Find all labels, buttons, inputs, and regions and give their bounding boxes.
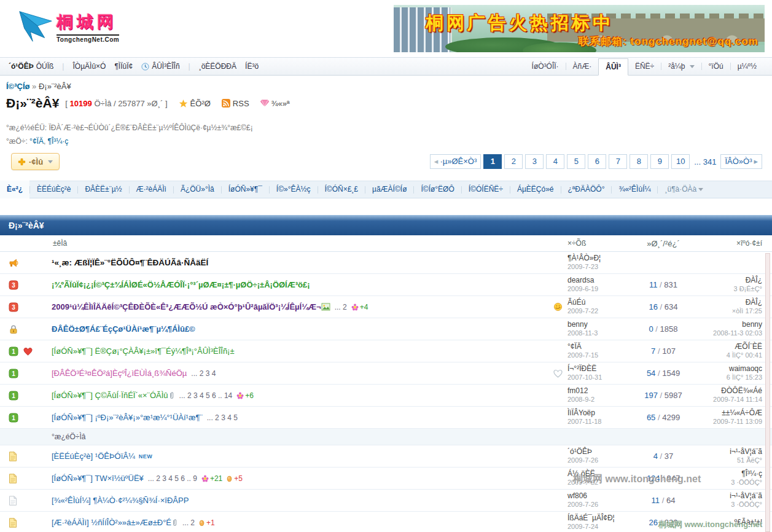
page-number[interactable]: 7 xyxy=(609,154,627,169)
lastpost-author-link[interactable]: ¶Î³¼·ç xyxy=(698,469,762,479)
filter-tab[interactable]: ¿ªÐÄÀÖÔ° xyxy=(561,181,612,198)
filter-tab[interactable]: µãÆÀÍ©Íø xyxy=(365,181,413,198)
filter-tab[interactable]: ÈËÉúÈç²è xyxy=(30,181,77,198)
thread-title-link[interactable]: [¾«²ÊÌùÍ¼] ¶À¼Ò·¢²¼¾§Ñ¾Í·×îÐÂPP xyxy=(52,496,189,505)
page-number[interactable]: 6 xyxy=(588,154,606,169)
lastpost-time: ×òÌì 17:25 xyxy=(698,307,762,316)
author-link[interactable]: ´ó¹ÖÊÞ xyxy=(567,447,629,456)
lastpost-author-link[interactable]: i¬¹-åV¦á¨ã xyxy=(698,491,762,501)
lastpost-author-link[interactable]: waimaoqc xyxy=(698,364,762,374)
top-tab[interactable]: µ¼º½ xyxy=(731,58,763,74)
moderator-link[interactable]: °¢ÏÄ xyxy=(29,137,44,146)
thread-page-links[interactable]: ... 2 3 4 5 6 .. 9 xyxy=(148,474,197,483)
filter-tab[interactable]: Í©»°ÊÀ½ç xyxy=(270,181,318,198)
thread-title-link[interactable]: [ÍøÓÑ»¥¶¯] Ë®Çø¡°ÇÀÂ¥¡±»î¶¯Éý¼¶Îª¡°ÂÛÌ³È… xyxy=(52,346,235,356)
thread-title-cell: [ÍøÓÑ»¥¶¯] ¡ºÐ¡»¨²èÂ¥¡»°æ¹æ¼°¹ÜÀí¹æ¶¨...… xyxy=(52,413,567,422)
thread-title-link[interactable]: ¹«¸æ: ÆßÏ¦ÏÊ»¨°ËÕÛÔ¤¶¨ÊÐÄÚÃâ·ÑÅäËÍ xyxy=(52,258,208,267)
next-page-button[interactable]: ÏÂÒ»Ò³▸ xyxy=(720,154,762,169)
thread-title-link[interactable]: ¡¾ºÃÏûÏ¢¡¿¡Í©³Ç±¾ÍÁÌØÉ«Ö½ÅÆÓÎÏ·¡°³´µØÆ¤¡… xyxy=(52,280,310,289)
page-number[interactable]: 5 xyxy=(567,154,585,169)
username-link[interactable]: ´ó¹ÖÊÞ ÔÚÏß xyxy=(9,62,53,71)
page-number[interactable]: 3 xyxy=(525,154,544,169)
top-tab[interactable]: ÀñÆ· xyxy=(566,58,599,74)
author-link[interactable]: benny xyxy=(567,320,629,329)
thread-page-links[interactable]: ... 2 xyxy=(335,303,347,311)
table-row: ÐÂÊÖ±Ø¶Á£¨ÉçÇø¹ÜÀí¹æ¶¨µ¼¶ÁÌû£©benny2008-… xyxy=(0,318,772,340)
top-tab[interactable]: ËÑË÷ xyxy=(628,58,661,74)
lastpost-author-link[interactable]: º£Ãà±¦±¦ xyxy=(698,518,762,527)
ad-banner[interactable]: 桐网广告火热招标中 联系邮箱: tongchengnet@qq.com xyxy=(394,5,765,52)
top-tab[interactable]: °ïÖú xyxy=(702,58,730,74)
prev-page-button[interactable]: ◂·µ»ØÊ×Ò³ xyxy=(430,154,481,169)
author-link[interactable]: ÃúÉú xyxy=(567,298,629,307)
thread-title-link[interactable]: 2009¹ú¼ÊÌìÎÄÄêÍ©³ÇÊÐÈÕÈ«Ê³¿ÆÆÕ½Ú æÒ×Ó°þ¹… xyxy=(52,302,321,311)
author-link[interactable]: ÌìÏÂYoëp xyxy=(567,409,629,418)
site-logo[interactable]: 桐城网 TongchengNet.Com xyxy=(17,5,146,49)
filter-tab[interactable]: ÁµÈËÇó»é xyxy=(510,181,561,198)
post-date: 2009-7-23 xyxy=(567,263,629,272)
thread-title-link[interactable]: [ÍøÓÑ»¥¶¯] ¡ºÐ¡»¨²èÂ¥¡»°æ¹æ¼°¹ÜÀí¹æ¶¨ xyxy=(52,413,203,422)
svg-text:3: 3 xyxy=(12,282,15,289)
favorite-link[interactable]: ÊÕ²Ø xyxy=(179,99,211,108)
lastpost-author-link[interactable]: ÐÒÔË¾«Áé xyxy=(698,386,762,396)
lastpost-time: 4 ÌìÇ° 00:41 xyxy=(698,351,762,360)
nav-my-posts[interactable]: ÎÒµÄÌû×Ó xyxy=(72,62,106,71)
author-link[interactable]: °¢ÏÄ xyxy=(567,342,629,351)
author-link[interactable]: wf806 xyxy=(567,491,629,501)
filter-tab[interactable]: ÍøÓÑ»¥¶¯ xyxy=(222,181,269,198)
thread-page-links[interactable]: ... 2 3 4 xyxy=(191,369,216,378)
rss-link[interactable]: RSS xyxy=(222,99,249,108)
filter-tab[interactable]: Í©ÓÑ×£¸£ xyxy=(318,181,365,198)
nav-forum-tasks[interactable]: ÂÛÌ³ÈÎÎñ xyxy=(141,62,179,71)
page-number[interactable]: 10 xyxy=(671,154,690,169)
moderator-link[interactable]: ¶Î³¼·ç xyxy=(48,137,69,146)
author-link[interactable]: ÍßÄáÉ¯µÄÎ¢Ð¦ xyxy=(567,514,629,523)
nav-messages[interactable]: ¶ÌÏûÏ¢ xyxy=(114,62,133,71)
page-number[interactable]: 8 xyxy=(630,154,648,169)
filter-tab[interactable]: ¾«²ÊÌùÍ¼ xyxy=(612,181,657,198)
filter-tab[interactable]: ÐÂÈË±¨µ½ xyxy=(78,181,128,198)
page-number[interactable]: 1 xyxy=(483,154,502,169)
author-link[interactable]: Á½¸öÈË xyxy=(567,469,629,479)
scrollbar[interactable] xyxy=(765,253,770,532)
digest-link[interactable]: ¾«»ª xyxy=(260,99,290,108)
page-number[interactable]: 4 xyxy=(546,154,564,169)
pin-red-3-icon: 3 xyxy=(9,280,18,290)
lastpost-author-link[interactable]: ÐÀÎ¿ xyxy=(698,276,762,285)
filter-tab[interactable]: Æ·²èÁÄÌì xyxy=(130,181,173,198)
filter-tab[interactable]: Í©Íø°ËØÔ xyxy=(414,181,461,198)
lastpost-author-link[interactable]: ÆÕÍ¨ÈË xyxy=(698,342,762,351)
top-tab[interactable]: ²å¼þ xyxy=(661,58,701,74)
thread-title-link[interactable]: ÐÂÊÖ±Ø¶Á£¨ÉçÇø¹ÜÀí¹æ¶¨µ¼¶ÁÌû£© xyxy=(52,324,195,334)
nav-logout[interactable]: ÍË³ö xyxy=(245,62,259,71)
page-number[interactable]: 2 xyxy=(504,154,523,169)
filter-tab[interactable]: È«²¿ xyxy=(0,181,29,198)
author-link[interactable]: Í¬°²ÏÐÈË xyxy=(567,364,629,374)
nav-user-center[interactable]: ¸öÈËÖÐÐÄ xyxy=(199,62,236,71)
lastpost-author-link[interactable]: ±±¼«Á÷ÔÆ xyxy=(698,409,762,418)
thread-page-links[interactable]: ... 2 3 4 5 6 .. 14 xyxy=(179,391,233,400)
page-ellipsis[interactable]: ... 341 xyxy=(692,157,718,166)
replies-cell: 16 / 634 xyxy=(629,302,698,311)
filter-tab[interactable]: Ã¿ÖÜ»°Ìâ xyxy=(174,181,221,198)
top-tab[interactable]: ÂÛÌ³ xyxy=(598,58,628,76)
thread-page-links[interactable]: ... 2 3 4 5 xyxy=(207,413,238,422)
thread-title-link[interactable]: [Æ·²èÁÄÌì] ½ñÍíÎÒ²»»á±»Æø±Ð°É xyxy=(52,518,171,527)
author-link[interactable]: fm012 xyxy=(567,386,629,396)
thread-title-link[interactable]: [ÈËÉúÈç²è] ¹ÖÊÞÓïÂ¼ xyxy=(52,452,135,461)
author-link[interactable]: deardsa xyxy=(567,276,629,285)
lastpost-author-link[interactable]: i¬¹-åV¦á¨ã xyxy=(698,447,762,456)
thread-title-link[interactable]: [ÍøÓÑ»¥¶¯] Ç©ÃûÍ·ÏñÉÏ´«×¨ÓÃÌû xyxy=(52,391,168,400)
new-post-button[interactable]: ·¢Ìû xyxy=(11,153,60,170)
filter-tab[interactable]: Í©ÓÍËÑË÷ xyxy=(462,181,510,198)
lastpost-author-link[interactable]: benny xyxy=(698,320,762,329)
lastpost-author-link[interactable]: ÐÀÎ¿ xyxy=(698,298,762,307)
page-number[interactable]: 9 xyxy=(650,154,669,169)
author-link[interactable]: ¶À¹ÂÒ»Ð¦ xyxy=(567,254,629,263)
thread-title-link[interactable]: [ÐÂÊÖ³É³¤ÊÖ²á]ÈçºÎ¿ìËÙÌá¸ß¾­ÑéÖµ xyxy=(52,369,187,378)
thread-title-link[interactable]: [ÍøÓÑ»¥¶¯] TW×î½üºÜË¥ xyxy=(52,474,144,483)
thread-page-links[interactable]: ... 2 xyxy=(182,518,195,527)
filter-tab[interactable]: ¸ü¶à·ÖÀà xyxy=(658,181,710,198)
breadcrumb-home-link[interactable]: Í©³ÇÍø xyxy=(6,82,29,91)
top-tab[interactable]: ÍøÒ³ÓÎÏ· xyxy=(525,58,566,74)
